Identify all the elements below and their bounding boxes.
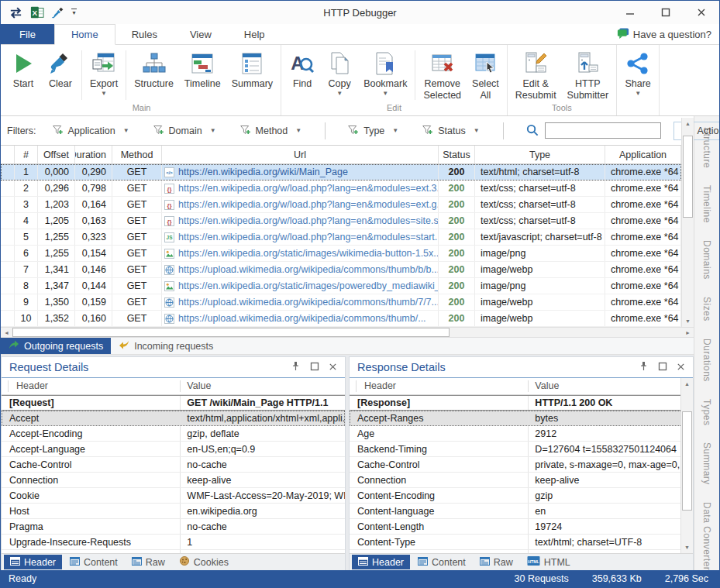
maximize-button[interactable]	[648, 1, 684, 24]
header-row[interactable]: Connectionkeep-alive	[350, 473, 693, 488]
edit-resubmit-button[interactable]: Edit & Resubmit	[510, 49, 562, 103]
header-row[interactable]: Age2912	[350, 426, 693, 442]
scroll-up-icon[interactable]: ▲	[682, 118, 694, 129]
clear-quick-icon[interactable]	[51, 6, 64, 19]
remove-selected-button[interactable]: Remove Selected	[418, 49, 467, 103]
header-row[interactable]: Content-Typetext/html; charset=UTF-8	[350, 535, 693, 550]
close-panel-icon[interactable]	[677, 361, 685, 373]
sidebar-tab-domains[interactable]: Domains	[701, 240, 712, 280]
filter-status-button[interactable]: Status▼	[422, 124, 479, 138]
sidebar-tab-sizes[interactable]: Sizes	[701, 297, 712, 322]
tab-outgoing-requests[interactable]: Outgoing requests	[1, 338, 111, 354]
request-row[interactable]: 31,2030,164GET{}https://en.wikipedia.org…	[1, 197, 681, 213]
tab-incoming-requests[interactable]: Incoming requests	[111, 338, 221, 354]
request-row[interactable]: 91,3500,159GEThttps://upload.wikimedia.o…	[1, 294, 681, 311]
export-button[interactable]: Export▼	[84, 49, 123, 98]
column-header-status[interactable]: Status	[439, 146, 475, 163]
summary-button[interactable]: Summary	[226, 49, 278, 91]
minimize-button[interactable]	[612, 1, 648, 24]
scroll-left-icon[interactable]: ◄	[1, 328, 12, 337]
sidebar-tab-timeline[interactable]: Timeline	[701, 185, 712, 223]
header-row[interactable]: Content-languageen	[350, 504, 693, 519]
select-all-button[interactable]: Select All	[467, 49, 505, 103]
tab-html[interactable]: HTMLHTML	[521, 555, 577, 569]
search-input[interactable]	[545, 122, 661, 139]
tab-header[interactable]: Header	[352, 555, 410, 569]
header-row[interactable]: Content-Encodinggzip	[350, 488, 693, 504]
pin-icon[interactable]	[291, 361, 301, 373]
header-row[interactable]: Accepttext/html,application/xhtml+xml,ap…	[2, 411, 345, 426]
share-button[interactable]: Share▼	[619, 49, 656, 98]
tab-raw[interactable]: Raw	[474, 555, 519, 569]
header-row[interactable]: DateMon, 20 May 2019 05:33:33 GMT	[350, 550, 693, 553]
request-row[interactable]: 41,2050,163GET{}https://en.wikipedia.org…	[1, 213, 681, 229]
qat-customize-icon[interactable]: ▾	[71, 9, 77, 16]
header-row[interactable]: Upgrade-Insecure-Requests1	[2, 535, 345, 550]
column-header-[interactable]: #	[15, 146, 38, 163]
menu-tab-help[interactable]: Help	[228, 24, 281, 44]
sidebar-tab-durations[interactable]: Durations	[701, 339, 712, 382]
header-row[interactable]: Accept-Encodinggzip, deflate	[2, 426, 345, 442]
header-row[interactable]: User-AgentMozilla/5.0 (Windows NT 10.0; …	[2, 550, 345, 553]
request-row[interactable]: 10,0000,290GET</>https://en.wikipedia.or…	[1, 164, 681, 181]
scroll-thumb[interactable]	[682, 411, 692, 511]
request-row[interactable]: 81,3470,144GEThttps://en.wikipedia.org/s…	[1, 278, 681, 294]
column-header-header[interactable]: Header	[356, 380, 528, 392]
sidebar-tab-data-converter[interactable]: Data Converter	[701, 502, 712, 570]
header-row[interactable]: Accept-Rangesbytes	[350, 411, 693, 426]
header-row[interactable]: Backend-TimingD=127604 t=155832750112406…	[350, 442, 693, 457]
app-logo-icon[interactable]	[9, 5, 23, 20]
filter-type-button[interactable]: Type▼	[347, 124, 398, 138]
close-panel-icon[interactable]	[329, 361, 337, 373]
start-button[interactable]: Start	[5, 49, 42, 91]
column-header-url[interactable]: Url	[162, 146, 439, 163]
request-row[interactable]: 20,2960,798GET{}https://en.wikipedia.org…	[1, 181, 681, 197]
filter-domain-button[interactable]: Domain▼	[153, 124, 216, 138]
column-header-type[interactable]: Type	[475, 146, 605, 163]
requests-horizontal-scrollbar[interactable]: ◄ ►	[1, 327, 694, 338]
column-header-header[interactable]: Header	[8, 380, 180, 392]
header-row[interactable]: Pragmano-cache	[2, 519, 345, 535]
header-row[interactable]: CookieWMF-Last-Access=20-May-2019; WM...	[2, 488, 345, 504]
pin-icon[interactable]	[639, 361, 649, 373]
timeline-button[interactable]: Timeline	[179, 49, 226, 91]
column-header-method[interactable]: Method	[112, 146, 162, 163]
header-row[interactable]: Connectionkeep-alive	[2, 473, 345, 488]
request-row[interactable]: 71,3410,146GEThttps://upload.wikimedia.o…	[1, 262, 681, 278]
have-a-question-link[interactable]: Have a question?	[617, 24, 719, 44]
header-row[interactable]: [Request]GET /wiki/Main_Page HTTP/1.1	[2, 395, 345, 411]
scroll-down-icon[interactable]: ▼	[681, 542, 693, 553]
excel-export-icon[interactable]: X	[30, 5, 44, 19]
structure-button[interactable]: Structure	[129, 49, 179, 91]
column-header-offset[interactable]: Offset	[38, 146, 75, 163]
menu-tab-rules[interactable]: Rules	[115, 24, 174, 44]
find-button[interactable]: AFind	[284, 49, 321, 91]
scroll-right-icon[interactable]: ►	[682, 328, 694, 337]
scroll-thumb[interactable]	[683, 136, 693, 218]
sidebar-tab-summary[interactable]: Summary	[701, 442, 712, 485]
maximize-panel-icon[interactable]	[658, 361, 667, 373]
header-row[interactable]: Accept-Languageen-US,en;q=0.9	[2, 442, 345, 457]
close-button[interactable]	[684, 1, 719, 24]
tab-content[interactable]: Content	[412, 555, 472, 569]
scroll-up-icon[interactable]: ▲	[681, 378, 693, 390]
tab-header[interactable]: Header	[4, 555, 62, 569]
menu-tab-home[interactable]: Home	[54, 24, 115, 45]
clear-button[interactable]: Clear	[42, 49, 79, 91]
sidebar-tab-types[interactable]: Types	[701, 399, 712, 426]
copy-button[interactable]: Copy▼	[321, 49, 358, 98]
request-row[interactable]: 101,3520,160GEThttps://upload.wikimedia.…	[1, 311, 681, 327]
tab-raw[interactable]: Raw	[126, 555, 171, 569]
maximize-panel-icon[interactable]	[310, 361, 319, 373]
request-row[interactable]: 61,2550,154GEThttps://en.wikipedia.org/s…	[1, 246, 681, 262]
filter-application-button[interactable]: Application▼	[52, 124, 129, 138]
header-row[interactable]: Content-Length19724	[350, 519, 693, 535]
column-header-value[interactable]: Value	[528, 380, 693, 392]
header-row[interactable]: Cache-Controlno-cache	[2, 457, 345, 473]
menu-tab-file[interactable]: File	[1, 24, 54, 44]
scroll-down-icon[interactable]: ▼	[682, 315, 694, 327]
column-header-application[interactable]: Application	[605, 146, 681, 163]
filter-method-button[interactable]: Method▼	[239, 124, 302, 138]
menu-tab-view[interactable]: View	[174, 24, 228, 44]
column-header-value[interactable]: Value	[180, 380, 345, 392]
